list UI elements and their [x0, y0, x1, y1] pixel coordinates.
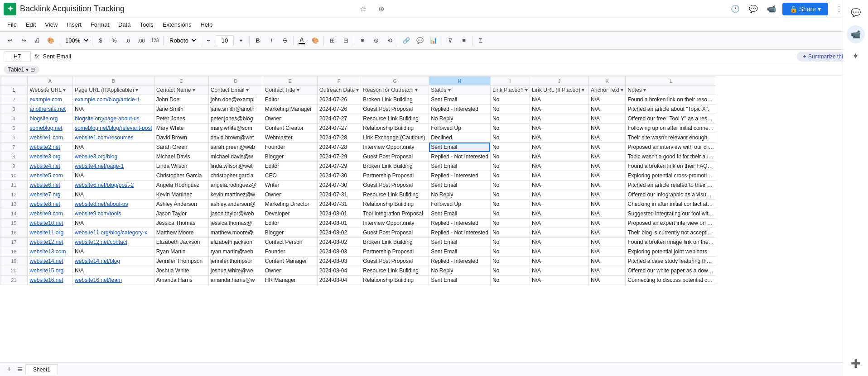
cell-r10-c4[interactable]: CEO: [263, 171, 317, 181]
cell-r9-c5[interactable]: 2024-07-29: [317, 162, 361, 171]
cell-r3-c3[interactable]: jane.smith@anoth: [208, 105, 263, 114]
filter-views-button[interactable]: ≡: [458, 34, 470, 47]
cell-r15-c3[interactable]: jessica.thomas@: [208, 219, 263, 228]
cell-r15-c10[interactable]: N/A: [588, 219, 626, 228]
cell-r14-c9[interactable]: N/A: [530, 209, 588, 219]
cell-r9-c10[interactable]: N/A: [588, 162, 626, 171]
cell-r8-c6[interactable]: Guest Post Proposal: [361, 152, 429, 162]
cell-r16-c10[interactable]: N/A: [588, 228, 626, 238]
cell-r2-c0[interactable]: example.com: [28, 95, 73, 105]
cell-r20-c10[interactable]: N/A: [588, 266, 626, 276]
cell-r20-c8[interactable]: No: [490, 266, 530, 276]
cell-r10-c1[interactable]: N/A: [73, 171, 154, 181]
cell-r10-c7[interactable]: Replied - Interested: [429, 171, 491, 181]
cell-r8-c11[interactable]: Topic wasn't a good fit for their audien…: [626, 152, 716, 162]
cell-r13-c3[interactable]: ashley.anderson@: [208, 200, 263, 209]
cell-r17-c8[interactable]: No: [490, 238, 530, 247]
cell-r12-c11[interactable]: Offered our infographic as a visual reso…: [626, 190, 716, 200]
cell-r21-c6[interactable]: Relationship Building: [361, 276, 429, 285]
cell-r9-c2[interactable]: Linda Wilson: [154, 162, 208, 171]
cell-r9-c9[interactable]: N/A: [530, 162, 588, 171]
cell-r17-c9[interactable]: N/A: [530, 238, 588, 247]
cell-r18-c0[interactable]: website13.com: [28, 247, 73, 257]
cell-r3-c8[interactable]: No: [490, 105, 530, 114]
cell-r7-c1[interactable]: N/A: [73, 143, 154, 152]
cell-r5-c4[interactable]: Content Creator: [263, 124, 317, 133]
history-icon[interactable]: 🕐: [728, 2, 743, 16]
cell-r18-c11[interactable]: Exploring potential joint webinars.: [626, 247, 716, 257]
cell-r8-c10[interactable]: N/A: [588, 152, 626, 162]
header-link-url[interactable]: Link URL (If Placed): [530, 86, 588, 95]
cell-r15-c0[interactable]: website10.net: [28, 219, 73, 228]
cell-r8-c9[interactable]: N/A: [530, 152, 588, 162]
cell-r5-c11[interactable]: Following up on after initial connection…: [626, 124, 716, 133]
bold-button[interactable]: B: [251, 34, 264, 47]
cell-r10-c9[interactable]: N/A: [530, 171, 588, 181]
cell-r12-c4[interactable]: Owner: [263, 190, 317, 200]
cell-r11-c7[interactable]: Sent Email: [429, 181, 491, 190]
cell-r14-c5[interactable]: 2024-08-01: [317, 209, 361, 219]
fill-color-button[interactable]: 🎨: [309, 34, 322, 47]
cell-r4-c9[interactable]: N/A: [530, 114, 588, 124]
col-header-i[interactable]: I: [490, 76, 530, 86]
cell-r4-c11[interactable]: Offered our free "Tool Y" as a resource.: [626, 114, 716, 124]
cell-r6-c2[interactable]: David Brown: [154, 133, 208, 143]
cell-r11-c8[interactable]: No: [490, 181, 530, 190]
share-button[interactable]: 🔒 Share ▾: [782, 3, 828, 15]
cell-r9-c7[interactable]: Sent Email: [429, 162, 491, 171]
cell-r7-c3[interactable]: sarah.green@web: [208, 143, 263, 152]
cell-r7-c9[interactable]: N/A: [530, 143, 588, 152]
cell-r21-c7[interactable]: Sent Email: [429, 276, 491, 285]
cell-r16-c5[interactable]: 2024-08-02: [317, 228, 361, 238]
cell-reference-input[interactable]: [4, 51, 31, 62]
cell-r13-c7[interactable]: Followed Up: [429, 200, 491, 209]
cell-r19-c0[interactable]: website14.net: [28, 257, 73, 266]
cell-r20-c5[interactable]: 2024-08-04: [317, 266, 361, 276]
cell-r21-c11[interactable]: Connecting to discuss potential collabor…: [626, 276, 716, 285]
cell-r17-c11[interactable]: Found a broken image link on their homep…: [626, 238, 716, 247]
cell-r19-c5[interactable]: 2024-08-03: [317, 257, 361, 266]
cell-r15-c6[interactable]: Interview Opportunity: [361, 219, 429, 228]
cell-r12-c5[interactable]: 2024-07-31: [317, 190, 361, 200]
cell-r2-c4[interactable]: Editor: [263, 95, 317, 105]
increase-decimal-button[interactable]: .00: [135, 34, 148, 47]
cell-r18-c2[interactable]: Ryan Martin: [154, 247, 208, 257]
cell-r21-c9[interactable]: N/A: [530, 276, 588, 285]
header-contact-name[interactable]: Contact Name: [154, 86, 208, 95]
cell-r18-c5[interactable]: 2024-08-03: [317, 247, 361, 257]
cell-r21-c8[interactable]: No: [490, 276, 530, 285]
cell-r18-c7[interactable]: Sent Email: [429, 247, 491, 257]
cell-r17-c7[interactable]: Sent Email: [429, 238, 491, 247]
cell-r11-c10[interactable]: N/A: [588, 181, 626, 190]
cell-r16-c6[interactable]: Guest Post Proposal: [361, 228, 429, 238]
cell-r15-c8[interactable]: No: [490, 219, 530, 228]
cell-r6-c7[interactable]: Declined: [429, 133, 491, 143]
cell-r8-c5[interactable]: 2024-07-29: [317, 152, 361, 162]
font-select[interactable]: Roboto: [165, 35, 198, 46]
col-header-l[interactable]: L: [626, 76, 716, 86]
cell-r17-c2[interactable]: Elizabeth Jackson: [154, 238, 208, 247]
cell-r6-c4[interactable]: Webmaster: [263, 133, 317, 143]
cell-r11-c4[interactable]: Writer: [263, 181, 317, 190]
cell-r14-c2[interactable]: Jason Taylor: [154, 209, 208, 219]
cell-r8-c2[interactable]: Michael Davis: [154, 152, 208, 162]
col-header-a[interactable]: A: [28, 76, 73, 86]
sidebar-ai-icon[interactable]: ✦: [847, 47, 865, 65]
sheet-tab-sheet1[interactable]: Sheet1: [25, 364, 58, 375]
cell-r12-c8[interactable]: No: [490, 190, 530, 200]
cell-r4-c10[interactable]: N/A: [588, 114, 626, 124]
decrease-decimal-button[interactable]: .0: [121, 34, 134, 47]
cell-r20-c9[interactable]: N/A: [530, 266, 588, 276]
cell-r4-c3[interactable]: peter.jones@blog: [208, 114, 263, 124]
col-header-g[interactable]: G: [361, 76, 429, 86]
cell-r7-c2[interactable]: Sarah Green: [154, 143, 208, 152]
cell-r6-c8[interactable]: No: [490, 133, 530, 143]
cell-r3-c6[interactable]: Guest Post Proposal: [361, 105, 429, 114]
cell-r16-c11[interactable]: Their blog is currently not accepting gu…: [626, 228, 716, 238]
link-button[interactable]: 🔗: [400, 34, 413, 47]
cell-r6-c3[interactable]: david.brown@wet: [208, 133, 263, 143]
header-reason[interactable]: Reason for Outreach: [361, 86, 429, 95]
cell-r3-c10[interactable]: N/A: [588, 105, 626, 114]
cell-r4-c7[interactable]: No Reply: [429, 114, 491, 124]
cell-r12-c3[interactable]: kevin.martinez@w: [208, 190, 263, 200]
